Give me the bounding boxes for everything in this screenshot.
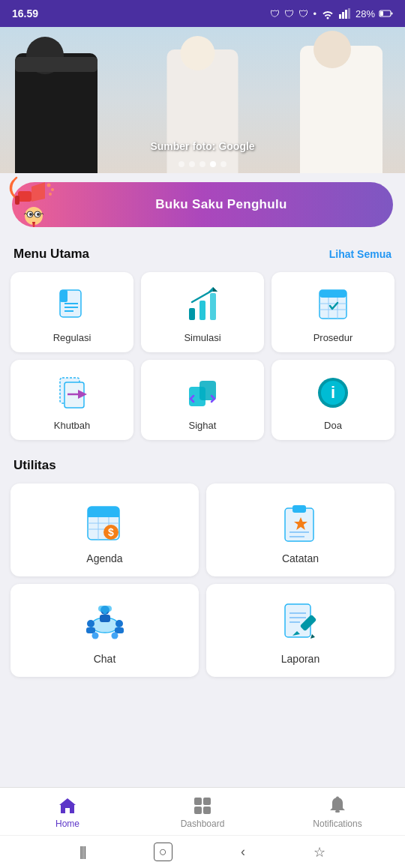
status-icons: 🛡 🛡 🛡 • 28%	[270, 8, 393, 19]
svg-point-11	[51, 188, 54, 191]
figure-left	[15, 53, 98, 173]
svg-text:$: $	[108, 526, 114, 538]
hero-banner: Sumber foto: Google	[0, 27, 405, 173]
shield-icon-3: 🛡	[298, 8, 308, 19]
laporan-icon	[278, 600, 323, 645]
menu-item-doa[interactable]: i Doa	[272, 360, 394, 440]
svg-rect-27	[200, 301, 206, 320]
nav-back-button[interactable]: ‹	[241, 844, 245, 860]
lihat-semua-link[interactable]: Lihat Semua	[329, 248, 392, 260]
svg-rect-79	[194, 798, 202, 805]
home-icon	[57, 795, 78, 816]
svg-rect-81	[194, 807, 202, 814]
nav-notifications[interactable]: Notifications	[270, 795, 405, 829]
regulasi-icon	[52, 286, 92, 325]
battery-text: 28%	[356, 8, 375, 19]
dot-4[interactable]	[210, 161, 216, 167]
svg-rect-26	[189, 308, 195, 320]
nav-notifications-label: Notifications	[313, 819, 362, 829]
svg-rect-9	[15, 196, 20, 205]
utilitas-title: Utilitas	[14, 458, 56, 473]
nav-dashboard-label: Dashboard	[181, 819, 225, 829]
menu-item-prosedur[interactable]: Prosedur	[272, 272, 394, 352]
menu-item-simulasi[interactable]: Simulasi	[141, 272, 264, 352]
bottom-nav: Home Dashboard Notifications	[0, 787, 405, 835]
shield-icon-2: 🛡	[284, 8, 294, 19]
svg-point-68	[111, 633, 118, 639]
regulasi-label: Regulasi	[53, 332, 92, 343]
dot-1[interactable]	[178, 161, 184, 167]
buku-saku-banner[interactable]: Buku Saku Penghulu	[12, 182, 393, 227]
chat-label: Chat	[94, 653, 116, 665]
shield-icon-1: 🛡	[270, 8, 280, 19]
menu-utama-grid: Regulasi Simulasi	[0, 268, 405, 447]
svg-rect-48	[88, 513, 119, 517]
nav-home-button[interactable]: ○	[154, 843, 172, 861]
svg-rect-0	[339, 14, 341, 19]
svg-point-10	[47, 184, 51, 187]
agenda-label: Agenda	[86, 552, 122, 564]
prosedur-label: Prosedur	[314, 332, 353, 343]
menu-item-khutbah[interactable]: Khutbah	[10, 360, 134, 440]
agenda-icon: $	[82, 500, 128, 545]
nav-home[interactable]: Home	[0, 795, 135, 829]
mascot	[8, 175, 60, 227]
util-item-agenda[interactable]: $ Agenda	[10, 483, 199, 576]
svg-point-17	[37, 213, 40, 216]
dot-2[interactable]	[189, 161, 195, 167]
svg-rect-66	[115, 627, 124, 633]
dot-5[interactable]	[220, 161, 226, 167]
khutbah-label: Khutbah	[54, 420, 90, 431]
svg-marker-8	[32, 182, 45, 202]
utilitas-grid: $ Agenda Catatan	[0, 479, 405, 684]
dot-icon: •	[313, 8, 316, 19]
svg-rect-6	[392, 13, 393, 15]
laporan-label: Laporan	[281, 653, 320, 665]
nav-recents-icon[interactable]: |||	[80, 844, 86, 860]
menu-item-sighat[interactable]: Sighat	[141, 360, 264, 440]
figure-right	[300, 46, 382, 173]
wifi-icon	[321, 8, 334, 19]
menu-item-regulasi[interactable]: Regulasi	[10, 272, 134, 352]
menu-utama-title: Menu Utama	[14, 247, 89, 262]
util-item-laporan[interactable]: Laporan	[206, 584, 394, 677]
sighat-label: Sighat	[189, 420, 217, 431]
doa-label: Doa	[324, 420, 342, 431]
catatan-icon	[278, 500, 323, 545]
dot-3[interactable]	[200, 161, 206, 167]
svg-marker-30	[213, 287, 218, 292]
svg-point-65	[116, 620, 123, 627]
nav-accessibility-icon[interactable]: ☆	[314, 844, 326, 861]
svg-rect-32	[320, 290, 346, 298]
svg-rect-2	[345, 10, 347, 19]
util-item-catatan[interactable]: Catatan	[206, 483, 394, 576]
dashboard-icon	[192, 795, 213, 816]
sighat-icon	[183, 373, 222, 412]
chat-icon	[82, 600, 128, 645]
simulasi-label: Simulasi	[184, 332, 220, 343]
status-bar: 16.59 🛡 🛡 🛡 • 28%	[0, 0, 405, 27]
util-item-chat[interactable]: Chat	[10, 584, 199, 677]
svg-rect-7	[18, 191, 32, 202]
svg-point-12	[49, 193, 52, 196]
hero-pagination	[178, 161, 226, 167]
nav-dashboard[interactable]: Dashboard	[135, 795, 270, 829]
svg-rect-64	[86, 627, 95, 633]
simulasi-icon	[183, 286, 222, 325]
battery-icon	[380, 10, 393, 17]
svg-rect-1	[342, 12, 344, 19]
khutbah-icon	[52, 373, 92, 412]
svg-point-16	[29, 213, 32, 216]
buku-saku-label: Buku Saku Penghulu	[64, 197, 378, 212]
svg-rect-83	[335, 810, 340, 813]
svg-rect-28	[210, 293, 216, 320]
svg-point-84	[336, 797, 339, 800]
nav-home-label: Home	[56, 819, 80, 829]
svg-rect-82	[203, 807, 211, 814]
svg-marker-78	[59, 798, 76, 813]
hero-caption: Sumber foto: Google	[150, 140, 254, 152]
svg-rect-80	[203, 798, 211, 805]
figure-center	[167, 49, 238, 173]
svg-point-67	[92, 633, 98, 639]
svg-point-63	[87, 620, 94, 627]
